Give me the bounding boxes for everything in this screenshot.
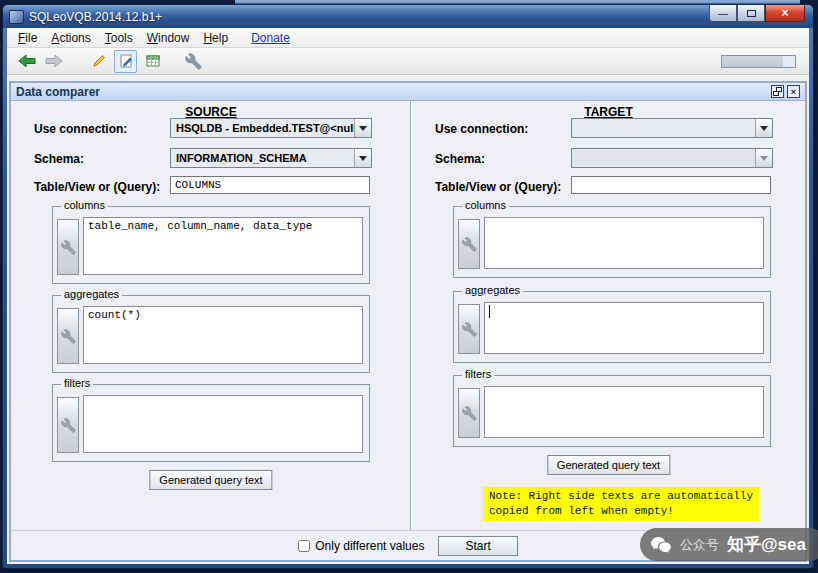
chevron-down-icon	[359, 126, 367, 131]
donate-link[interactable]: Donate	[245, 29, 296, 47]
source-heading: SOURCE	[12, 105, 410, 119]
note-line-2: copied from left when empty!	[489, 504, 753, 519]
maximize-icon	[747, 10, 756, 17]
back-arrow-icon	[18, 54, 36, 68]
wrench-icon	[61, 240, 76, 255]
note-label: Note: Right side texts are automatically…	[483, 487, 759, 521]
source-filters-textarea[interactable]	[83, 395, 363, 453]
back-button[interactable]	[15, 50, 38, 73]
frame-title: Data comparer	[16, 85, 768, 99]
menu-item-tools[interactable]: Tools	[98, 29, 140, 47]
target-heading: TARGET	[413, 105, 804, 119]
source-schema-arrow	[354, 149, 371, 167]
source-schema-label: Schema:	[34, 152, 84, 166]
frame-title-bar[interactable]: Data comparer ×	[11, 83, 805, 101]
menu-item-window[interactable]: Window	[140, 29, 197, 47]
target-use-connection-label: Use connection:	[435, 122, 528, 136]
maximize-button[interactable]	[737, 5, 765, 22]
wrench-icon	[61, 329, 76, 344]
target-aggregates-wrench-button[interactable]	[458, 304, 480, 354]
watermark-prefix: 公众号	[680, 536, 719, 554]
table-grid-icon	[145, 53, 161, 69]
chevron-down-icon	[760, 126, 768, 131]
only-different-values-checkbox[interactable]	[298, 540, 310, 552]
wrench-icon	[462, 406, 477, 421]
title-bar[interactable]: SQLeoVQB.2014.12.b1+ — ×	[3, 5, 813, 28]
note-line-1: Note: Right side texts are automatically	[489, 489, 753, 504]
data-comparer-frame: Data comparer × SOURCE Use connection: H…	[9, 81, 807, 562]
target-aggregates-legend: aggregates	[462, 284, 523, 296]
source-filters-group: filters	[52, 384, 370, 462]
target-columns-group: columns	[453, 206, 771, 278]
target-table-label: Table/View or (Query):	[435, 180, 561, 194]
app-window: SQLeoVQB.2014.12.b1+ — × File Actions To…	[2, 4, 814, 569]
client-area: File Actions Tools Window Help Donate	[7, 28, 809, 564]
source-schema-combo[interactable]: INFORMATION_SCHEMA	[170, 148, 372, 168]
edit-document-icon	[118, 53, 134, 69]
source-filters-wrench-button[interactable]	[57, 397, 79, 453]
only-different-values-label: Only different values	[315, 539, 424, 553]
edit-pencil-button[interactable]	[87, 50, 110, 73]
target-columns-legend: columns	[462, 199, 509, 211]
watermark: 公众号 知乎@sea	[640, 528, 818, 561]
target-filters-group: filters	[453, 375, 771, 447]
close-button[interactable]: ×	[765, 5, 805, 22]
wechat-icon	[650, 536, 672, 554]
target-connection-arrow	[755, 119, 772, 137]
table-button[interactable]	[141, 50, 164, 73]
target-aggregates-textarea[interactable]	[484, 302, 764, 354]
source-connection-arrow	[354, 119, 371, 137]
target-table-input[interactable]	[571, 176, 771, 194]
target-filters-textarea[interactable]	[484, 386, 764, 438]
target-schema-arrow	[755, 149, 772, 167]
edit-document-button[interactable]	[114, 50, 137, 73]
wrench-icon	[462, 322, 477, 337]
source-use-connection-label: Use connection:	[34, 122, 127, 136]
source-panel: SOURCE Use connection: HSQLDB - Embedded…	[12, 101, 410, 530]
source-schema-value: INFORMATION_SCHEMA	[171, 152, 354, 164]
target-panel: TARGET Use connection: Schema: Table/Vie…	[413, 101, 804, 530]
watermark-handle: 知乎@sea	[727, 533, 806, 556]
target-schema-combo[interactable]	[571, 148, 773, 168]
start-button[interactable]: Start	[438, 536, 517, 556]
target-connection-combo[interactable]	[571, 118, 773, 138]
screen: SQLeoVQB.2014.12.b1+ — × File Actions To…	[0, 0, 818, 573]
minimize-icon: —	[718, 8, 728, 19]
frame-restore-button[interactable]	[771, 85, 784, 98]
source-columns-legend: columns	[61, 199, 108, 211]
menu-bar: File Actions Tools Window Help Donate	[7, 28, 809, 48]
app-icon	[9, 10, 24, 24]
forward-button[interactable]	[42, 50, 65, 73]
menu-item-actions[interactable]: Actions	[44, 29, 97, 47]
frame-close-button[interactable]: ×	[787, 85, 800, 98]
source-aggregates-legend: aggregates	[61, 288, 122, 300]
target-generated-query-button[interactable]: Generated query text	[547, 455, 670, 475]
wrench-icon	[185, 53, 202, 70]
target-filters-wrench-button[interactable]	[458, 388, 480, 438]
forward-arrow-icon	[45, 54, 63, 68]
source-aggregates-textarea[interactable]: count(*)	[83, 306, 363, 364]
panel-divider	[410, 101, 412, 530]
source-aggregates-group: aggregates count(*)	[52, 295, 370, 373]
chevron-down-icon	[760, 156, 768, 161]
source-connection-combo[interactable]: HSQLDB - Embedded.TEST@<null>	[170, 118, 372, 138]
only-different-values-option[interactable]: Only different values	[298, 539, 424, 553]
target-columns-wrench-button[interactable]	[458, 219, 480, 269]
source-aggregates-wrench-button[interactable]	[57, 308, 79, 364]
toolbar	[7, 48, 809, 75]
frame-content: SOURCE Use connection: HSQLDB - Embedded…	[11, 101, 805, 560]
progress-bar	[721, 55, 796, 68]
source-generated-query-button[interactable]: Generated query text	[149, 470, 272, 490]
close-icon: ×	[781, 6, 788, 20]
source-columns-group: columns table_name, column_name, data_ty…	[52, 206, 370, 284]
source-columns-textarea[interactable]: table_name, column_name, data_type	[83, 217, 363, 275]
data-comparer-button[interactable]	[182, 50, 205, 73]
source-filters-legend: filters	[61, 377, 93, 389]
source-table-input[interactable]	[170, 176, 370, 194]
minimize-button[interactable]: —	[709, 5, 737, 22]
menu-item-help[interactable]: Help	[196, 29, 235, 47]
menu-item-file[interactable]: File	[11, 29, 44, 47]
source-table-label: Table/View or (Query):	[34, 180, 160, 194]
source-columns-wrench-button[interactable]	[57, 219, 79, 275]
target-columns-textarea[interactable]	[484, 217, 764, 269]
